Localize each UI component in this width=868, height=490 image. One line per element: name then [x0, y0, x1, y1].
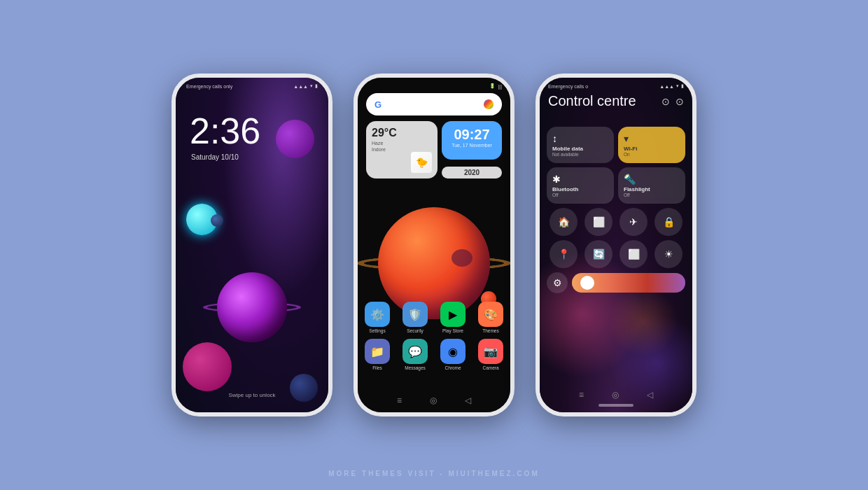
app-camera[interactable]: 📷 Camera: [478, 339, 503, 370]
control-row-1: ↕ Mobile data Not available ▾ Wi-Fi On: [547, 127, 685, 163]
app-settings[interactable]: ⚙️ Settings: [365, 302, 390, 333]
volume-slider[interactable]: [572, 273, 685, 293]
watermark: MORE THEMES VISIT - MIUITHEMEZ.COM: [0, 470, 868, 484]
slider-thumb: [580, 276, 594, 290]
edit-icon-small[interactable]: ⊙: [676, 96, 684, 107]
mic-icon[interactable]: [484, 99, 493, 109]
planet-main: [217, 272, 287, 342]
battery-icon-3: ▮: [681, 83, 684, 89]
google-logo: G: [374, 99, 382, 110]
orb-dark-bottom: [290, 374, 318, 402]
flashlight-icon: 🔦: [624, 174, 636, 185]
app-chrome[interactable]: ◉ Chrome: [440, 339, 465, 370]
year-widget: 2020: [442, 167, 502, 178]
bluetooth-tile[interactable]: ✱ Bluetooth Off: [547, 167, 614, 204]
location-icon-btn[interactable]: 📍: [550, 240, 578, 268]
status-bar-2: 🔋 |||: [358, 83, 510, 89]
settings-label: Settings: [369, 328, 386, 333]
lock-time: 2:36: [190, 113, 260, 149]
volume-icon: ⚙: [547, 272, 568, 293]
control-title-row: Control centre ⊙ ⊙: [548, 93, 684, 109]
flashlight-sub: Off: [624, 192, 630, 197]
orb-small-dark: [211, 214, 223, 227]
status-bar-3: Emergency calls o ▲▲▲ ▾ ▮: [540, 83, 692, 89]
themes-app-icon: 🎨: [478, 302, 503, 327]
battery-icon-2: 🔋: [489, 83, 496, 89]
themes-label: Themes: [482, 328, 498, 333]
bluetooth-sub: Off: [552, 192, 559, 197]
flashlight-name: Flashlight: [624, 186, 650, 192]
lock-date: Saturday 10/10: [191, 153, 239, 161]
nav-bar-3: ≡ ◎ ◁: [540, 390, 692, 400]
nav-bar-2: ≡ ◎ ◁: [358, 396, 510, 405]
character-icon: 🐤: [411, 152, 432, 173]
homescreen-bg: 🔋 ||| G 29°C Haze Indore 🐤 09:27 Tue, 17…: [358, 78, 510, 412]
icon-row-2: 📍 🔄 ⬜ ☀: [547, 240, 685, 268]
wifi-icon: ▾: [310, 83, 313, 89]
messages-app-icon: 💬: [402, 339, 428, 364]
wifi-icon-3: ▾: [676, 83, 679, 89]
city-name: Indore: [372, 147, 432, 152]
brightness-icon-btn[interactable]: ☀: [654, 240, 682, 268]
weather-widget: 29°C Haze Indore 🐤: [366, 121, 438, 178]
orb-purple-top: [276, 120, 314, 158]
playstore-label: Play Store: [442, 328, 463, 333]
weather-condition: Haze: [372, 141, 432, 146]
emergency-text: Emergency calls only: [186, 84, 232, 89]
mobile-data-tile[interactable]: ↕ Mobile data Not available: [547, 127, 614, 163]
chrome-app-icon: ◉: [440, 339, 465, 364]
phone-3-controlcentre: Emergency calls o ▲▲▲ ▾ ▮ Control centre…: [536, 74, 696, 416]
swipe-hint: Swipe up to unlock: [228, 392, 275, 398]
bluetooth-name: Bluetooth: [552, 186, 578, 192]
nav-back-icon[interactable]: ◁: [465, 396, 471, 405]
settings-icon-small[interactable]: ⊙: [662, 96, 670, 107]
flashlight-tile[interactable]: 🔦 Flashlight Off: [618, 167, 685, 204]
home-icon-btn[interactable]: 🏠: [550, 208, 578, 236]
expand-icon-btn[interactable]: ⬜: [620, 240, 648, 268]
wifi-tile-icon: ▾: [624, 133, 629, 144]
mobile-data-sub: Not available: [552, 152, 579, 157]
clock-column: 09:27 Tue, 17 November 2020: [442, 121, 502, 178]
emergency-text-3: Emergency calls o: [548, 84, 588, 89]
nav-menu-icon-3[interactable]: ≡: [579, 390, 584, 400]
phone-1-lockscreen: Emergency calls only ▲▲▲ ▾ ▮ 2:36 Saturd…: [172, 74, 332, 416]
clock-time: 09:27: [447, 127, 496, 143]
wifi-tile[interactable]: ▾ Wi-Fi On: [618, 127, 685, 163]
controlcentre-bg: Emergency calls o ▲▲▲ ▾ ▮ Control centre…: [540, 78, 692, 412]
settings-app-icon: ⚙️: [365, 302, 390, 327]
clock-widget: 09:27 Tue, 17 November: [442, 121, 502, 160]
app-row-2: 📁 Files 💬 Messages ◉ Chrome 📷 Camera: [368, 339, 500, 370]
app-security[interactable]: 🛡️ Security: [402, 302, 428, 333]
app-playstore[interactable]: ▶ Play Store: [440, 302, 465, 333]
lock-icon-btn[interactable]: 🔒: [654, 208, 682, 236]
rotate-icon-btn[interactable]: 🔄: [584, 240, 612, 268]
nav-home-icon[interactable]: ◎: [430, 396, 437, 405]
battery-icon: ▮: [315, 83, 318, 89]
security-app-icon: 🛡️: [402, 302, 428, 327]
airplane-icon-btn[interactable]: ✈: [620, 208, 648, 236]
home-indicator-3: [598, 404, 634, 407]
app-grid: ⚙️ Settings 🛡️ Security ▶ Play Store 🎨 T…: [358, 302, 510, 370]
control-centre-title: Control centre: [548, 93, 636, 109]
control-grid: ↕ Mobile data Not available ▾ Wi-Fi On ✱…: [547, 127, 685, 298]
lockscreen-planet: [203, 272, 301, 342]
icon-row-1: 🏠 ⬜ ✈ 🔒: [547, 208, 685, 236]
search-bar[interactable]: G: [366, 93, 502, 115]
nav-menu-icon[interactable]: ≡: [397, 396, 402, 405]
wifi-tile-name: Wi-Fi: [624, 146, 637, 152]
control-title-icons: ⊙ ⊙: [662, 96, 684, 107]
clock-date: Tue, 17 November: [447, 143, 496, 148]
app-messages[interactable]: 💬 Messages: [402, 339, 428, 370]
playstore-app-icon: ▶: [440, 302, 465, 327]
nav-home-icon-3[interactable]: ◎: [612, 390, 619, 400]
screenshot-icon-btn[interactable]: ⬜: [584, 208, 612, 236]
app-files[interactable]: 📁 Files: [365, 339, 390, 370]
files-label: Files: [372, 365, 382, 370]
mobile-data-name: Mobile data: [552, 146, 583, 152]
planet-spot: [451, 249, 472, 267]
orb-pink-bottom: [183, 342, 232, 391]
nav-back-icon-3[interactable]: ◁: [647, 390, 653, 400]
control-row-2: ✱ Bluetooth Off 🔦 Flashlight Off: [547, 167, 685, 204]
app-themes[interactable]: 🎨 Themes: [478, 302, 503, 333]
app-row-1: ⚙️ Settings 🛡️ Security ▶ Play Store 🎨 T…: [368, 302, 500, 333]
